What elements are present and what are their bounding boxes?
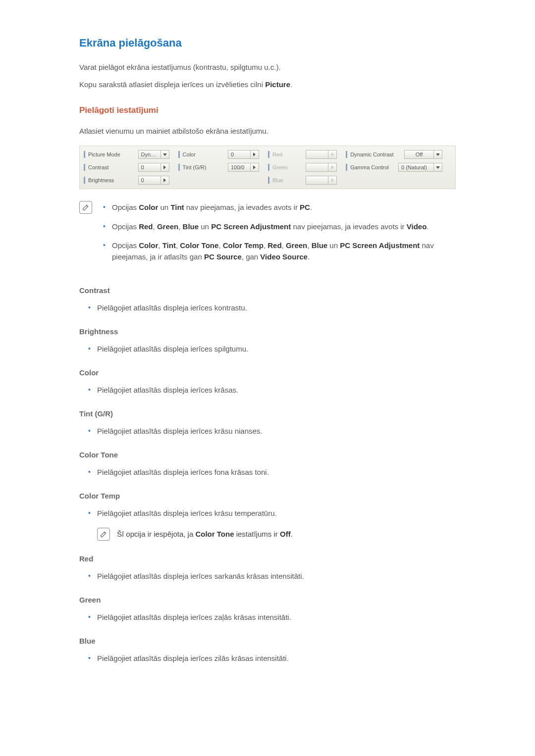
group-bar-icon [84,164,85,171]
chevron-right-icon [328,176,336,184]
note-pencil-icon [97,528,110,541]
panel-row-1: Picture Mode Dyn… Color 0 Red [84,148,451,161]
setting-list: Pielāgojiet atlasītās displeja ierīces s… [79,571,456,582]
brightness-label: Brightness [88,176,114,185]
contrast-value: 0 [139,163,160,172]
bold-term: Color Tone [180,241,218,250]
bold-term: Tint [170,203,184,211]
group-bar-icon [268,177,269,184]
bold-term: Blue [312,241,328,250]
setting-heading: Tint (G/R) [79,408,456,420]
note-block: Opcijas Color un Tint nav pieejamas, ja … [79,200,456,270]
bold-term: Tint [162,241,176,250]
page-root: Ekrāna pielāgošana Varat pielāgot ekrāna… [0,0,535,756]
chevron-down-icon [433,151,442,158]
gamma-label: Gamma Control [350,163,389,172]
color-spinner[interactable]: 0 [228,150,259,159]
color-value: 0 [228,151,250,159]
bold-term: PC Screen Adjustment [340,241,420,250]
intro-p2-pre: Kopu sarakstā atlasiet displeja ierīces … [79,80,265,89]
bold-term: Color Temp [223,241,264,250]
gamma-dropdown[interactable]: 0 (Natural) [398,163,442,172]
setting-heading: Blue [79,636,456,647]
setting-desc: Pielāgojiet atlasītās displeja ierīces k… [97,426,456,437]
setting-heading: Red [79,554,456,565]
inline-note: Šī opcija ir iespējota, ja Color Tone ie… [97,528,456,541]
setting-list: Pielāgojiet atlasītās displeja ierīces k… [79,302,456,314]
setting-heading: Brightness [79,326,456,338]
setting-heading: Green [79,595,456,606]
dynamic-contrast-dropdown[interactable]: Off [404,150,442,159]
red-label: Red [272,151,282,159]
setting-list: Pielāgojiet atlasītās displeja ierīces f… [79,467,456,478]
group-bar-icon [178,164,180,171]
chevron-down-icon [433,163,442,171]
group-bar-icon [84,151,85,158]
setting-list: Pielāgojiet atlasītās displeja ierīces s… [79,344,456,355]
bold-term: PC Screen Adjustment [211,222,291,231]
setting-heading: Color [79,367,456,379]
group-bar-icon [268,164,269,171]
note-item: Opcijas Red, Green, Blue un PC Screen Ad… [112,221,456,233]
setting-list: Pielāgojiet atlasītās displeja ierīces k… [79,385,456,396]
setting-list: Pielāgojiet atlasītās displeja ierīces z… [79,653,456,664]
chevron-right-icon [328,163,336,171]
setting-desc: Pielāgojiet atlasītās displeja ierīces k… [97,508,456,519]
contrast-label: Contrast [88,163,109,172]
brightness-spinner[interactable]: 0 [138,176,169,185]
dynamic-contrast-label: Dynamic Contrast [350,151,393,159]
tint-spinner[interactable]: 100/0 [228,163,259,172]
notes-list: Opcijas Color un Tint nav pieejamas, ja … [103,200,456,270]
setting-list: Pielāgojiet atlasītās displeja ierīces z… [79,612,456,623]
tint-label: Tint (G/R) [183,163,207,172]
picture-mode-label: Picture Mode [88,151,120,159]
setting-list: Pielāgojiet atlasītās displeja ierīces k… [79,508,456,519]
chevron-right-icon [250,163,259,171]
bold-term: Green [157,222,178,231]
bold-term: Blue [183,222,199,231]
note-pencil-icon [79,201,92,214]
intro-p2-post: . [290,80,292,89]
blue-spinner [306,176,337,185]
group-bar-icon [84,177,85,184]
setting-desc: Pielāgojiet atlasītās displeja ierīces f… [97,467,456,478]
bold-term: PC [300,203,310,211]
note-item: Opcijas Color, Tint, Color Tone, Color T… [112,240,456,262]
chevron-right-icon [160,176,169,184]
red-spinner [306,150,337,159]
bold-term: Color [139,241,158,250]
bold-term: Video [407,222,427,231]
setting-desc: Pielāgojiet atlasītās displeja ierīces z… [97,612,456,623]
group-bar-icon [346,151,347,158]
chevron-down-icon [160,151,169,158]
heading-sub: Pielāgoti iestatījumi [79,104,456,117]
note-item: Opcijas Color un Tint nav pieejamas, ja … [112,202,456,213]
sub-intro: Atlasiet vienumu un mainiet atbilstošo e… [79,126,456,137]
contrast-spinner[interactable]: 0 [138,163,169,172]
dynamic-contrast-value: Off [405,151,433,159]
group-bar-icon [178,151,180,158]
bold-term: Red [139,222,153,231]
setting-desc: Pielāgojiet atlasītās displeja ierīces s… [97,344,456,355]
settings-container: ContrastPielāgojiet atlasītās displeja i… [79,285,456,664]
panel-row-2: Contrast 0 Tint (G/R) 100/0 Green [84,161,451,174]
group-bar-icon [268,151,269,158]
green-label: Green [272,163,288,172]
setting-heading: Contrast [79,285,456,297]
bold-term: Green [286,241,307,250]
color-label: Color [183,151,196,159]
panel-row-3: Brightness 0 Blue [84,174,451,187]
gamma-value: 0 (Natural) [399,163,433,172]
picture-mode-value: Dyn… [139,151,160,159]
setting-list: Pielāgojiet atlasītās displeja ierīces k… [79,426,456,437]
brightness-value: 0 [139,176,160,185]
group-bar-icon [346,164,347,171]
bold-term: Red [268,241,281,250]
chevron-right-icon [160,163,169,171]
picture-mode-dropdown[interactable]: Dyn… [138,150,169,159]
bold-term: Video Source [260,252,308,261]
bold-term: Color [139,203,158,211]
bold-term: PC Source [204,252,242,261]
tint-value: 100/0 [228,163,250,172]
setting-heading: Color Temp [79,491,456,502]
